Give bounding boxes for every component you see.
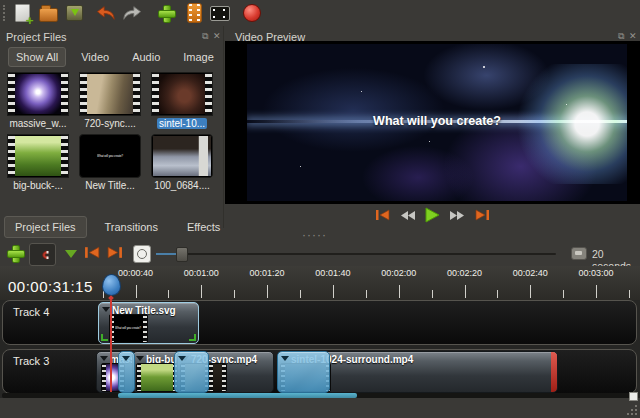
filter-tab-audio[interactable]: Audio — [124, 47, 168, 67]
previous-marker-button[interactable] — [84, 246, 101, 259]
next-marker-button[interactable] — [106, 246, 123, 259]
video-preview-area: What will you create? — [225, 41, 640, 204]
new-project-icon: + — [15, 4, 30, 22]
fullscreen-button[interactable] — [208, 2, 232, 24]
save-project-button[interactable] — [62, 2, 86, 24]
redo-icon — [122, 4, 142, 22]
file-item[interactable]: What will you create?New Title... — [74, 134, 146, 191]
file-thumbnail: What will you create? — [79, 134, 141, 178]
transition[interactable] — [118, 351, 135, 393]
jump-to-end-button[interactable] — [474, 209, 490, 221]
track-name: Track 3 — [13, 355, 49, 367]
undo-icon — [96, 4, 116, 22]
zoom-slider-track[interactable] — [156, 253, 556, 255]
clip-trim-edge[interactable] — [551, 352, 557, 392]
timeline-clip[interactable]: big-buck- — [132, 351, 180, 393]
ruler-tick-minor — [432, 290, 433, 298]
timeline-clip[interactable]: New Title.svgWhat will you create? — [98, 302, 199, 344]
ruler-tick-major — [267, 285, 268, 298]
fullscreen-icon — [210, 6, 230, 21]
clip-menu-chevron-icon[interactable] — [100, 356, 108, 361]
ruler-tick-minor — [629, 290, 630, 298]
file-thumbnail-image — [153, 136, 211, 176]
ruler-tick-minor — [563, 290, 564, 298]
track-row: Track 4 New Title.svgWhat will you creat… — [2, 300, 637, 345]
ruler-tick-major — [333, 285, 334, 298]
choose-profile-button[interactable] — [182, 2, 206, 24]
rewind-button[interactable] — [400, 210, 416, 221]
toolbar-grip[interactable] — [3, 5, 8, 21]
tab-transitions[interactable]: Transitions — [94, 216, 169, 238]
undo-button[interactable] — [94, 2, 118, 24]
transition-menu-chevron-icon[interactable] — [178, 356, 186, 361]
export-video-button[interactable] — [240, 2, 264, 24]
file-item[interactable]: massive_w... — [2, 72, 74, 129]
add-marker-button[interactable] — [65, 250, 77, 258]
file-item[interactable]: sintel-10... — [146, 72, 218, 129]
filter-tab-video[interactable]: Video — [73, 47, 117, 67]
ruler-tick-minor — [234, 290, 235, 298]
file-label: 720-sync.... — [84, 118, 136, 129]
filter-tab-image[interactable]: Image — [175, 47, 222, 67]
playhead-line — [110, 300, 112, 392]
clip-thumbnail: What will you create? — [109, 314, 148, 343]
play-button[interactable] — [425, 207, 440, 223]
file-item[interactable]: 100_0684.... — [146, 134, 218, 191]
ruler-label: 00:03:00 — [579, 268, 614, 278]
zoom-slider-handle[interactable] — [176, 247, 188, 262]
track-row: Track 3 massive_w...big-buck-720-sync.mp… — [2, 349, 637, 394]
video-frame: What will you create? — [247, 44, 627, 201]
file-label: 100_0684.... — [154, 180, 210, 191]
ruler-label: 00:02:40 — [513, 268, 548, 278]
preview-close-icon[interactable]: ✕ — [629, 31, 637, 41]
clip-thumbnail — [136, 363, 178, 392]
window-resize-grip[interactable] — [625, 403, 637, 415]
tab-project-files[interactable]: Project Files — [4, 216, 87, 238]
ruler-tick-minor — [497, 290, 498, 298]
zoom-slider-fill — [156, 253, 178, 255]
dock-tab-bar: Project Files Transitions Effects — [4, 216, 231, 238]
add-track-button[interactable] — [3, 242, 27, 264]
jump-to-start-button[interactable] — [375, 209, 391, 221]
playhead-marker[interactable] — [102, 274, 121, 296]
transition-menu-chevron-icon[interactable] — [281, 356, 289, 361]
panel-close-icon[interactable]: ✕ — [213, 31, 221, 41]
timeline-scrollbar-thumb[interactable] — [118, 393, 357, 398]
tab-effects[interactable]: Effects — [176, 216, 231, 238]
zoom-scale-icon — [571, 247, 587, 260]
ruler-tick-major — [136, 285, 137, 298]
snapping-toggle-button[interactable] — [29, 243, 56, 266]
import-plus-icon — [157, 4, 175, 22]
ruler-tick-major — [399, 285, 400, 298]
transition-menu-chevron-icon[interactable] — [122, 356, 130, 361]
fast-forward-button[interactable] — [449, 210, 465, 221]
file-thumbnail-image: What will you create? — [81, 136, 139, 176]
import-files-button[interactable] — [154, 2, 178, 24]
panel-float-icon[interactable]: ⧉ — [202, 31, 208, 42]
timeline-scrollbar-handle[interactable] — [629, 392, 638, 401]
timeline-ruler[interactable]: 00:00:31:15 00:00:4000:01:0000:01:2000:0… — [0, 266, 640, 301]
clip-menu-chevron-icon[interactable] — [102, 307, 110, 312]
file-thumbnail — [79, 72, 141, 116]
redo-button[interactable] — [120, 2, 144, 24]
new-project-button[interactable]: + — [10, 2, 34, 24]
transition[interactable] — [277, 351, 330, 393]
file-item[interactable]: 720-sync.... — [74, 72, 146, 129]
magnet-icon — [36, 248, 50, 262]
save-icon — [66, 5, 83, 21]
open-project-button[interactable] — [36, 2, 60, 24]
project-files-panel-title: Project Files — [6, 31, 67, 43]
star — [429, 141, 430, 142]
ruler-label: 00:01:20 — [250, 268, 285, 278]
openshot-window: + Project Files — [0, 0, 640, 418]
filter-tab-show-all[interactable]: Show All — [8, 47, 66, 67]
clip-menu-chevron-icon[interactable] — [136, 356, 144, 361]
transition[interactable] — [174, 351, 209, 393]
file-label: big-buck-... — [13, 180, 62, 191]
clip-thumbnail — [208, 363, 227, 392]
ruler-tick-major — [201, 285, 202, 298]
add-track-plus-icon — [6, 244, 24, 262]
panel-splitter-handle[interactable]: ····· — [302, 228, 327, 242]
star — [300, 166, 301, 167]
file-item[interactable]: big-buck-... — [2, 134, 74, 191]
